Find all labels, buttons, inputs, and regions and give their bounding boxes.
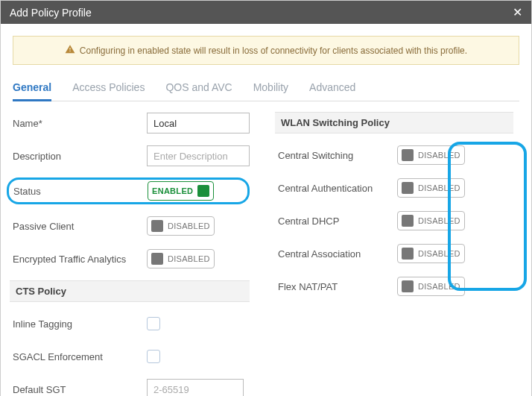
toggle-label: DISABLED: [163, 254, 210, 263]
dialog: Add Policy Profile ✕ Configuring in enab…: [0, 0, 532, 396]
label-encrypted-traffic: Encrypted Traffic Analytics: [13, 254, 147, 265]
tab-access-policies[interactable]: Access Policies: [72, 78, 145, 101]
status-toggle[interactable]: ENABLED: [148, 181, 214, 201]
inline-tagging-checkbox[interactable]: [147, 317, 160, 330]
col-left: Name* Description Status ENABLED Passive…: [13, 112, 256, 396]
label-central-dhcp: Central DHCP: [278, 216, 397, 227]
label-central-assoc: Central Association: [278, 248, 397, 260]
label-passive-client: Passive Client: [13, 221, 147, 232]
tab-bar: General Access Policies QOS and AVC Mobi…: [13, 78, 519, 101]
toggle-knob-icon: [402, 280, 414, 292]
warning-banner: Configuring in enabled state will result…: [13, 36, 519, 65]
tab-qos-avc[interactable]: QOS and AVC: [165, 78, 232, 101]
col-right: WLAN Switching Policy Central Switching …: [278, 112, 519, 396]
label-inline-tagging: Inline Tagging: [13, 318, 147, 330]
toggle-knob-icon: [402, 248, 414, 260]
warning-text: Configuring in enabled state will result…: [80, 45, 467, 56]
passive-client-toggle[interactable]: DISABLED: [147, 216, 215, 236]
dialog-body: Configuring in enabled state will result…: [1, 24, 531, 396]
label-description: Description: [13, 151, 147, 162]
row-sgacl: SGACL Enforcement: [13, 345, 250, 368]
toggle-knob-icon: [402, 182, 414, 194]
default-sgt-input[interactable]: [147, 379, 244, 396]
warning-icon: [65, 44, 75, 57]
row-default-sgt: Default SGT: [13, 378, 250, 396]
wlan-switching-header: WLAN Switching Policy: [275, 112, 513, 133]
row-name: Name*: [13, 112, 250, 134]
label-central-switching: Central Switching: [278, 150, 397, 161]
sgacl-checkbox[interactable]: [147, 350, 160, 363]
title-bar: Add Policy Profile ✕: [1, 1, 531, 24]
label-status: Status: [13, 186, 148, 197]
cts-policy-header: CTS Policy: [10, 280, 250, 302]
close-icon[interactable]: ✕: [513, 5, 522, 19]
label-name: Name*: [13, 118, 147, 129]
toggle-knob-icon: [151, 253, 163, 265]
tab-general[interactable]: General: [13, 78, 51, 101]
tab-advanced[interactable]: Advanced: [309, 78, 355, 101]
toggle-knob-icon: [197, 185, 209, 197]
label-sgacl: SGACL Enforcement: [13, 351, 147, 362]
tab-mobility[interactable]: Mobility: [253, 78, 288, 101]
toggle-label: DISABLED: [163, 221, 210, 230]
label-flex-nat: Flex NAT/PAT: [278, 281, 397, 292]
row-encrypted-traffic: Encrypted Traffic Analytics DISABLED: [13, 248, 250, 270]
name-input[interactable]: [147, 113, 250, 133]
row-inline-tagging: Inline Tagging: [13, 312, 250, 335]
toggle-label: ENABLED: [152, 186, 197, 195]
encrypted-traffic-toggle[interactable]: DISABLED: [147, 249, 215, 268]
toggle-knob-icon: [402, 149, 414, 161]
toggle-knob-icon: [402, 215, 414, 227]
row-passive-client: Passive Client DISABLED: [13, 215, 250, 237]
description-input[interactable]: [147, 145, 250, 166]
form-columns: Name* Description Status ENABLED Passive…: [13, 112, 519, 396]
row-description: Description: [13, 145, 250, 167]
label-central-auth: Central Authentication: [278, 183, 397, 194]
label-default-sgt: Default SGT: [13, 384, 147, 395]
wlan-highlight-box: [448, 142, 527, 291]
toggle-knob-icon: [151, 220, 163, 232]
dialog-title: Add Policy Profile: [10, 7, 92, 19]
row-status: Status ENABLED: [7, 177, 250, 204]
